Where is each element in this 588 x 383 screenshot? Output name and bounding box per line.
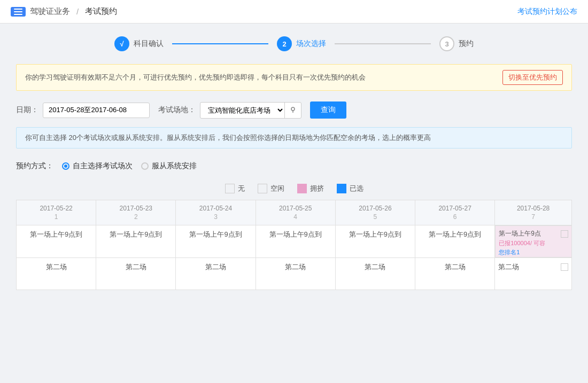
legend-selected: 已选 (337, 184, 363, 193)
radio-system-dot (141, 162, 149, 170)
slot-1-6-checkbox[interactable] (561, 263, 568, 271)
slot-1-4[interactable]: 第二场 (335, 258, 415, 290)
slot-0-1[interactable]: 第一场上午9点到 (96, 225, 176, 258)
step-3-symbol: 3 (445, 40, 448, 48)
slot-0-6-text: 第一场上午9点 (499, 229, 541, 238)
legend-none-label: 无 (238, 184, 245, 193)
booking-mode-label: 预约方式： (16, 161, 53, 171)
slot-0-2[interactable]: 第一场上午9点到 (176, 225, 256, 258)
top-right-link[interactable]: 考试预约计划公布 (517, 7, 577, 17)
calendar-header-row: 2017-05-22 1 2017-05-23 2 2017-05-24 (17, 200, 572, 225)
step-1-circle: √ (114, 36, 129, 51)
calendar-header-col-0: 2017-05-22 1 (17, 200, 96, 225)
main-content: √ 科目确认 2 场次选择 3 预约 你的学习驾驶证明有效期不足六个月，可进行优… (0, 24, 588, 303)
legend-none: 无 (225, 184, 245, 193)
svg-point-3 (291, 107, 295, 111)
app-icon (11, 7, 26, 17)
svg-rect-2 (14, 14, 22, 15)
location-select[interactable]: 宝鸡智能化底店考场 (200, 103, 284, 118)
breadcrumb-separator: / (76, 7, 79, 16)
location-icon-btn[interactable] (284, 103, 301, 118)
slot-1-1[interactable]: 第二场 (96, 258, 176, 290)
svg-rect-1 (14, 11, 22, 12)
calendar-header-col-1: 2017-05-23 2 (96, 200, 176, 225)
legend-free-box (258, 184, 267, 193)
slot-0-0[interactable]: 第一场上午9点到 (17, 225, 96, 258)
legend-free-label: 空闲 (270, 184, 284, 193)
legend-selected-label: 已选 (350, 184, 363, 193)
switch-priority-button[interactable]: 切换至优先预约 (502, 70, 563, 85)
calendar-wrap: 2017-05-22 1 2017-05-23 2 2017-05-24 (16, 200, 572, 290)
radio-self-label: 自主选择考试场次 (73, 161, 133, 171)
calendar-header-col-2: 2017-05-24 3 (176, 200, 256, 225)
calendar-header-col-3: 2017-05-25 4 (256, 200, 335, 225)
step-2-symbol: 2 (282, 40, 286, 48)
step-3: 3 预约 (439, 36, 474, 51)
notice-text: 你的学习驾驶证明有效期不足六个月，可进行优先预约，优先预约即选即得，每个科目只有… (25, 73, 366, 82)
slot-0-6[interactable]: 第一场上午9点 已报100004/ 可容 您排名1 (495, 225, 571, 257)
notice-banner: 你的学习驾驶证明有效期不足六个月，可进行优先预约，优先预约即选即得，每个科目只有… (16, 64, 572, 91)
step-1-label: 科目确认 (134, 39, 164, 49)
slot-1-0[interactable]: 第二场 (17, 258, 96, 290)
legend-none-box (225, 184, 235, 193)
radio-self-dot (62, 162, 69, 170)
legend-crowded: 拥挤 (297, 184, 324, 193)
step-line-1 (172, 43, 268, 44)
breadcrumb-item-2: 考试预约 (85, 6, 117, 17)
calendar-row-0: 第一场上午9点到 第一场上午9点到 第一场上午9点到 第一场上午9点到 第一场上… (17, 225, 572, 258)
booking-mode: 预约方式： 自主选择考试场次 服从系统安排 (16, 157, 572, 175)
slot-1-5[interactable]: 第二场 (415, 258, 495, 290)
info-text: 你可自主选择 20个考试场次或服从系统安排。服从系统安排后，我们会按照你选择的日… (25, 134, 431, 142)
calendar-header-col-5: 2017-05-27 6 (415, 200, 495, 225)
calendar-row-1: 第二场 第二场 第二场 第二场 第二场 第二场 (17, 258, 572, 290)
slot-1-2[interactable]: 第二场 (176, 258, 256, 290)
date-search-item: 日期： (16, 103, 150, 118)
search-button[interactable]: 查询 (310, 101, 346, 119)
slot-0-6-info: 已报100004/ 可容 (499, 239, 545, 247)
date-input[interactable] (43, 103, 150, 118)
legend: 无 空闲 拥挤 已选 (16, 184, 572, 193)
slot-1-6[interactable]: 第二场 (495, 258, 572, 290)
legend-free: 空闲 (258, 184, 284, 193)
breadcrumb-item-1: 驾驶证业务 (30, 6, 70, 17)
radio-system[interactable]: 服从系统安排 (141, 161, 197, 171)
svg-rect-0 (14, 9, 22, 10)
calendar-header-col-6: 2017-05-28 7 (495, 200, 572, 225)
breadcrumb: 驾驶证业务 / 考试预约 (11, 6, 117, 17)
location-label: 考试场地： (158, 105, 196, 115)
legend-crowded-label: 拥挤 (310, 184, 324, 193)
step-1-symbol: √ (120, 40, 123, 48)
radio-system-label: 服从系统安排 (152, 161, 197, 171)
radio-self[interactable]: 自主选择考试场次 (62, 161, 133, 171)
slot-0-5[interactable]: 第一场上午9点到 (415, 225, 495, 258)
legend-selected-box (337, 184, 346, 193)
step-2-label: 场次选择 (296, 39, 326, 49)
search-bar: 日期： 考试场地： 宝鸡智能化底店考场 查询 (16, 101, 572, 119)
location-search-item: 考试场地： 宝鸡智能化底店考场 (158, 102, 301, 119)
slot-0-3[interactable]: 第一场上午9点到 (256, 225, 335, 258)
step-2-circle: 2 (277, 36, 292, 51)
slot-1-3[interactable]: 第二场 (256, 258, 335, 290)
legend-crowded-box (297, 184, 307, 193)
calendar-header-col-4: 2017-05-26 5 (335, 200, 415, 225)
calendar-table: 2017-05-22 1 2017-05-23 2 2017-05-24 (16, 200, 572, 290)
info-box: 你可自主选择 20个考试场次或服从系统安排。服从系统安排后，我们会按照你选择的日… (16, 127, 572, 148)
step-line-2 (335, 43, 431, 44)
slot-0-6-rank: 您排名1 (499, 248, 520, 256)
step-2: 2 场次选择 (277, 36, 326, 51)
slot-0-6-checkbox[interactable] (561, 230, 568, 238)
date-label: 日期： (16, 105, 38, 115)
step-1: √ 科目确认 (114, 36, 164, 51)
step-3-label: 预约 (459, 39, 474, 49)
location-select-wrap: 宝鸡智能化底店考场 (200, 102, 301, 119)
header: 驾驶证业务 / 考试预约 考试预约计划公布 (0, 0, 588, 24)
steps-bar: √ 科目确认 2 场次选择 3 预约 (16, 36, 572, 51)
slot-0-4[interactable]: 第一场上午9点到 (335, 225, 415, 258)
step-3-circle: 3 (439, 36, 454, 51)
